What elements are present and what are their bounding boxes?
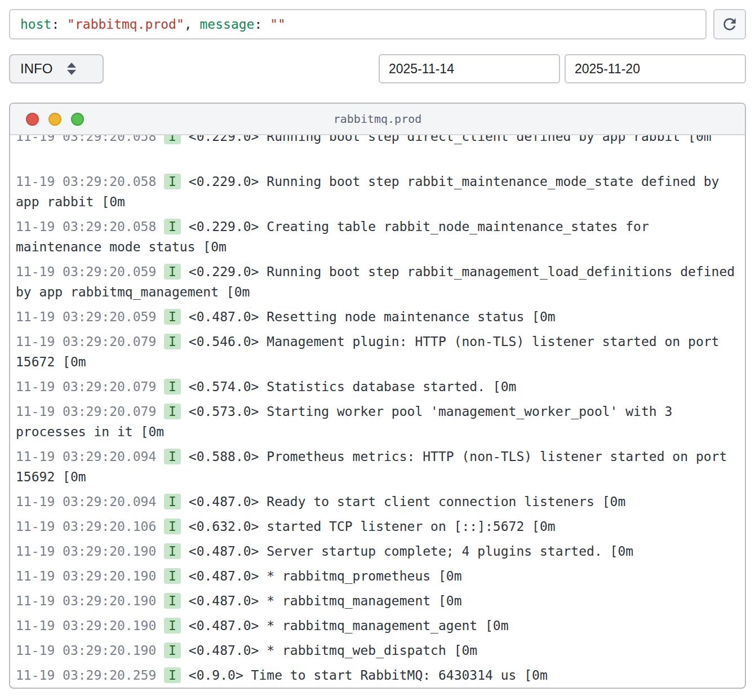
date-to-input[interactable] xyxy=(565,54,746,83)
log-entry: 11-19 03:29:20.059 I <0.487.0> Resetting… xyxy=(16,307,739,327)
log-message: <0.9.0> Time to start RabbitMQ: 6430314 … xyxy=(189,668,548,683)
log-entry: 11-19 03:29:20.190 I <0.487.0> * rabbitm… xyxy=(16,640,739,661)
log-timestamp: 11-19 03:29:20.059 xyxy=(16,264,156,279)
query-segment-string: "rabbitmq.prod" xyxy=(67,17,184,32)
log-level-badge: I xyxy=(164,543,181,559)
log-level-badge: I xyxy=(164,568,181,584)
log-level-select[interactable]: INFO xyxy=(9,54,104,83)
log-timestamp: 11-19 03:29:20.259 xyxy=(16,668,156,683)
log-timestamp: 11-19 03:29:20.058 xyxy=(16,174,156,189)
log-timestamp: 11-19 03:29:20.190 xyxy=(16,569,156,583)
log-level-badge: I xyxy=(164,519,181,534)
log-entry: 11-19 03:29:20.190 I <0.487.0> * rabbitm… xyxy=(16,591,739,611)
log-level-badge: I xyxy=(164,494,181,510)
log-level-badge: I xyxy=(164,135,181,144)
query-segment-punct: , xyxy=(184,17,200,32)
refresh-icon xyxy=(721,15,739,33)
log-message: <0.487.0> * rabbitmq_management_agent [0… xyxy=(189,618,509,633)
log-message: <0.487.0> Resetting node maintenance sta… xyxy=(189,309,556,324)
query-segment-punct: : xyxy=(254,17,270,32)
log-timestamp: 11-19 03:29:20.058 xyxy=(16,219,156,234)
log-entry: 11-19 03:29:20.190 I <0.487.0> Server st… xyxy=(16,541,739,561)
search-row: host: "rabbitmq.prod", message: "" xyxy=(9,9,746,39)
traffic-lights xyxy=(26,104,84,134)
log-level-badge: I xyxy=(164,379,181,395)
log-scroll-area[interactable]: 11-19 03:29:20.058 I <0.229.0> Running b… xyxy=(10,135,745,689)
log-timestamp: 11-19 03:29:20.058 xyxy=(16,135,156,144)
log-message: <0.229.0> Running boot step direct_clien… xyxy=(189,135,712,144)
log-message: <0.632.0> started TCP listener on [::]:5… xyxy=(189,519,556,534)
log-message: <0.487.0> * rabbitmq_web_dispatch [0m xyxy=(189,643,477,658)
log-level-badge: I xyxy=(164,174,181,189)
log-message: <0.487.0> Server startup complete; 4 plu… xyxy=(189,544,633,559)
terminal-titlebar: rabbitmq.prod xyxy=(10,104,745,135)
log-timestamp: 11-19 03:29:20.079 xyxy=(16,334,156,349)
log-timestamp: 11-19 03:29:20.094 xyxy=(16,449,156,464)
query-segment-key: host xyxy=(20,17,51,32)
log-entry: 11-19 03:29:20.058 I <0.229.0> Running b… xyxy=(16,171,739,212)
refresh-button[interactable] xyxy=(713,9,746,39)
log-message: <0.487.0> Ready to start client connecti… xyxy=(189,494,625,509)
terminal-window: rabbitmq.prod 11-19 03:29:20.058 I <0.22… xyxy=(9,103,746,689)
log-entry: 11-19 03:29:20.190 I <0.487.0> * rabbitm… xyxy=(16,566,739,586)
log-message: <0.487.0> * rabbitmq_management [0m xyxy=(189,593,462,608)
filter-row: INFO xyxy=(9,54,746,83)
log-entry: 11-19 03:29:20.094 I <0.588.0> Prometheu… xyxy=(16,446,739,487)
log-timestamp: 11-19 03:29:20.190 xyxy=(16,618,156,633)
query-segment-string: "" xyxy=(270,17,286,32)
log-entry: 11-19 03:29:20.094 I <0.487.0> Ready to … xyxy=(16,491,739,512)
log-level-badge: I xyxy=(164,264,181,280)
terminal-title: rabbitmq.prod xyxy=(334,112,422,126)
log-timestamp: 11-19 03:29:20.094 xyxy=(16,494,156,509)
log-entry: 11-19 03:29:20.058 I <0.229.0> Running b… xyxy=(16,135,739,147)
log-entry: 11-19 03:29:20.059 I <0.229.0> Running b… xyxy=(16,262,739,302)
log-message: <0.574.0> Statistics database started. [… xyxy=(189,379,517,394)
select-arrows-icon xyxy=(67,63,76,75)
search-input[interactable]: host: "rabbitmq.prod", message: "" xyxy=(9,9,707,39)
minimize-button[interactable] xyxy=(48,113,61,126)
log-level-badge: I xyxy=(164,643,181,658)
log-level-select-value: INFO xyxy=(20,61,52,77)
log-level-badge: I xyxy=(164,309,181,325)
query-segment-key: message xyxy=(200,17,255,32)
log-entry: 11-19 03:29:20.259 I <0.9.0> Time to sta… xyxy=(16,665,739,685)
log-entry: 11-19 03:29:20.058 I <0.229.0> Creating … xyxy=(16,216,739,257)
log-timestamp: 11-19 03:29:20.079 xyxy=(16,404,156,419)
close-button[interactable] xyxy=(26,113,39,126)
log-level-badge: I xyxy=(164,667,181,683)
log-timestamp: 11-19 03:29:20.059 xyxy=(16,309,156,324)
log-timestamp: 11-19 03:29:20.079 xyxy=(16,379,156,394)
log-message: <0.487.0> * rabbitmq_prometheus [0m xyxy=(189,569,462,583)
log-entry: 11-19 03:29:20.190 I <0.487.0> * rabbitm… xyxy=(16,615,739,636)
log-level-badge: I xyxy=(164,593,181,609)
log-level-badge: I xyxy=(164,334,181,349)
date-from-input[interactable] xyxy=(379,54,560,83)
log-entry: 11-19 03:29:20.079 I <0.573.0> Starting … xyxy=(16,401,739,442)
zoom-button[interactable] xyxy=(71,113,84,126)
log-entry: 11-19 03:29:20.079 I <0.546.0> Managemen… xyxy=(16,331,739,372)
log-level-badge: I xyxy=(164,404,181,419)
log-entry: 11-19 03:29:20.079 I <0.574.0> Statistic… xyxy=(16,376,739,397)
log-timestamp: 11-19 03:29:20.190 xyxy=(16,544,156,559)
log-level-badge: I xyxy=(164,219,181,234)
query-segment-punct: : xyxy=(51,17,67,32)
log-level-badge: I xyxy=(164,449,181,464)
log-timestamp: 11-19 03:29:20.190 xyxy=(16,593,156,608)
log-timestamp: 11-19 03:29:20.106 xyxy=(16,519,156,534)
log-timestamp: 11-19 03:29:20.190 xyxy=(16,643,156,658)
log-entry: 11-19 03:29:20.106 I <0.632.0> started T… xyxy=(16,516,739,537)
log-level-badge: I xyxy=(164,618,181,633)
